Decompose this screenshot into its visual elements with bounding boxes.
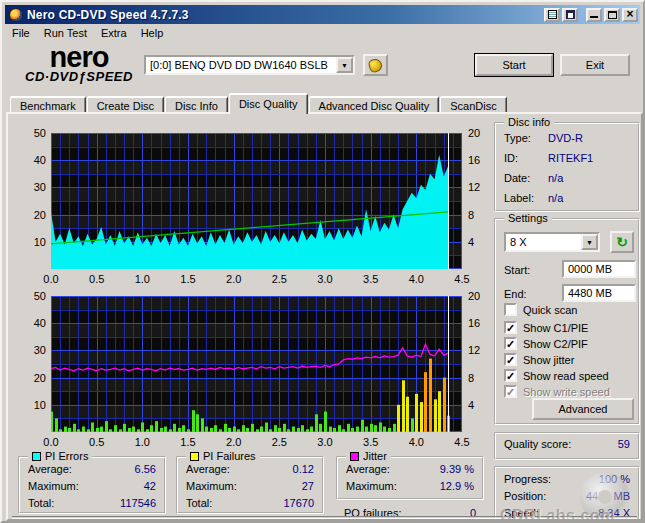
tick-label: 1.5: [180, 273, 195, 285]
tick-label: 3.5: [363, 273, 378, 285]
start-field-label: Start:: [504, 264, 530, 276]
save-icon: [566, 10, 575, 19]
menu-item-help[interactable]: Help: [134, 25, 171, 41]
tick-label: 30: [34, 344, 46, 356]
exit-button[interactable]: Exit: [560, 54, 630, 76]
report-icon: [548, 10, 557, 19]
drive-tool-button[interactable]: [363, 54, 388, 76]
tick-label: 1.0: [135, 273, 150, 285]
settings-group: Settings 8 X ▼ ↻ Start: 0000 MB End: 448…: [494, 218, 640, 425]
tab-disc-quality[interactable]: Disc Quality: [229, 93, 308, 114]
end-field-label: End:: [504, 288, 527, 300]
checkbox-icon: ✓: [504, 353, 517, 366]
tick-label: 12: [468, 344, 480, 356]
jitter-legend-chip: [350, 452, 359, 461]
drive-select-arrow[interactable]: ▼: [336, 57, 353, 73]
checkbox-show-read-speed[interactable]: ✓Show read speed: [504, 369, 609, 382]
progress-row: Progress:100 %: [496, 473, 638, 485]
report-button[interactable]: [544, 8, 560, 22]
checkbox-show-write-speed[interactable]: ✓Show write speed: [504, 385, 610, 398]
start-button[interactable]: Start: [475, 54, 553, 76]
close-icon: ×: [626, 9, 633, 19]
chevron-down-icon: ▼: [586, 239, 593, 246]
tick-label: 16: [468, 154, 480, 166]
tick-label: 4: [468, 399, 474, 411]
checkbox-icon: [504, 303, 517, 316]
tick-label: 3.5: [363, 436, 378, 448]
tick-label: 20: [468, 290, 480, 302]
tick-label: 0.0: [43, 436, 58, 448]
checkbox-label: Show jitter: [523, 354, 574, 366]
speed-select[interactable]: 8 X ▼: [504, 232, 600, 252]
checkbox-show-c1-pie[interactable]: ✓Show C1/PIE: [504, 321, 588, 334]
refresh-button[interactable]: ↻: [610, 231, 634, 253]
tick-label: 8: [468, 209, 474, 221]
tick-label: 10: [34, 399, 46, 411]
maximize-icon: [608, 11, 617, 19]
end-field[interactable]: 4480 MB: [562, 284, 636, 302]
drive-select[interactable]: [0:0] BENQ DVD DD DW1640 BSLB ▼: [144, 55, 355, 75]
tick-label: 0.0: [43, 273, 58, 285]
disc-quality-page: 5040302010201612840.00.51.01.52.02.53.03…: [6, 112, 643, 521]
checkbox-show-c2-pif[interactable]: ✓Show C2/PIF: [504, 337, 588, 350]
pi-errors-stat-row: Maximum:42: [20, 480, 164, 492]
window-title: Nero CD-DVD Speed 4.7.7.3: [27, 8, 542, 22]
progress-row: Position:4479 MB: [496, 490, 638, 502]
pi-errors-stat-row: Average:6.56: [20, 463, 164, 475]
tick-label: 3.0: [317, 273, 332, 285]
disc-info-group: Disc info Type:DVD-RID:RITEKF1Date:n/aLa…: [494, 122, 640, 212]
menu-item-run-test[interactable]: Run Test: [37, 25, 94, 41]
pi-errors-stats-title: PI Errors: [45, 450, 88, 462]
refresh-icon: ↻: [616, 234, 628, 250]
settings-title: Settings: [504, 212, 552, 224]
tick-label: 20: [34, 372, 46, 384]
advanced-button[interactable]: Advanced: [532, 398, 634, 420]
tick-label: 2.5: [272, 273, 287, 285]
titlebar: Nero CD-DVD Speed 4.7.7.3 ×: [5, 5, 640, 24]
menubar: FileRun TestExtraHelp: [5, 24, 640, 42]
tick-label: 2.0: [226, 273, 241, 285]
disc-info-row: ID:RITEKF1: [496, 152, 638, 164]
tick-label: 8: [468, 372, 474, 384]
tick-label: 12: [468, 181, 480, 193]
checkbox-quick-scan[interactable]: Quick scan: [504, 303, 577, 316]
pi-failures-stat-row: Maximum:27: [178, 480, 322, 492]
menu-item-extra[interactable]: Extra: [94, 25, 134, 41]
drive-tool-icon: [368, 57, 384, 73]
start-field[interactable]: 0000 MB: [562, 260, 636, 278]
disc-info-row: Type:DVD-R: [496, 132, 638, 144]
tick-label: 4.0: [409, 273, 424, 285]
menu-item-file[interactable]: File: [5, 25, 37, 41]
jitter-stats-group: Jitter Average:9.39 %Maximum:12.9 %: [336, 456, 484, 500]
save-button[interactable]: [562, 8, 578, 22]
pi-errors-chart: [51, 133, 462, 269]
tick-label: 0.5: [89, 273, 104, 285]
checkbox-label: Show write speed: [523, 386, 610, 398]
logo-sub-text: CD·DVDƒSPEED: [14, 70, 144, 83]
pi-failures-stats-title: PI Failures: [203, 450, 256, 462]
minimize-icon: [590, 15, 598, 18]
tick-label: 40: [34, 317, 46, 329]
pi-failures-stats-group: PI Failures Average:0.12Maximum:27Total:…: [176, 456, 324, 514]
checkbox-label: Show C2/PIF: [523, 338, 588, 350]
tick-label: 16: [468, 317, 480, 329]
checkbox-label: Show read speed: [523, 370, 609, 382]
close-button[interactable]: ×: [622, 8, 638, 22]
tick-label: 2.0: [226, 436, 241, 448]
checkbox-icon: ✓: [504, 369, 517, 382]
tick-label: 1.5: [180, 436, 195, 448]
minimize-button[interactable]: [586, 8, 602, 22]
quality-score-value: 59: [618, 438, 630, 450]
checkbox-label: Show C1/PIE: [523, 322, 588, 334]
app-icon: [9, 8, 23, 22]
maximize-button[interactable]: [604, 8, 620, 22]
tick-label: 2.5: [272, 436, 287, 448]
disc-info-title: Disc info: [504, 116, 554, 128]
checkbox-show-jitter[interactable]: ✓Show jitter: [504, 353, 574, 366]
progress-group: Progress:100 %Position:4479 MBSpeed:8.34…: [494, 466, 640, 521]
pi-failures-jitter-chart: [51, 296, 462, 432]
tab-bar: BenchmarkCreate DiscDisc InfoDisc Qualit…: [10, 94, 508, 114]
tick-label: 20: [468, 127, 480, 139]
pi-errors-legend-chip: [32, 452, 41, 461]
speed-select-arrow[interactable]: ▼: [581, 234, 598, 250]
